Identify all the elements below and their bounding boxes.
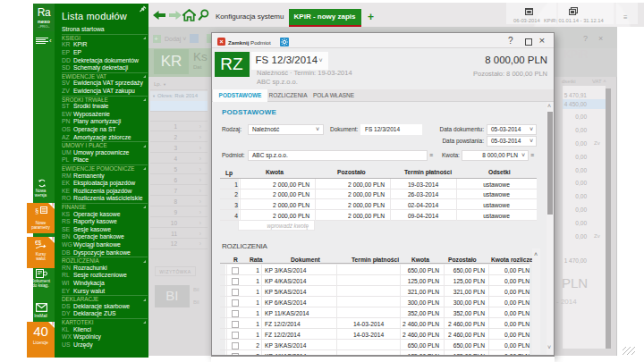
svg-text:§: § (35, 206, 39, 215)
svg-text:€$: €$ (35, 240, 42, 246)
